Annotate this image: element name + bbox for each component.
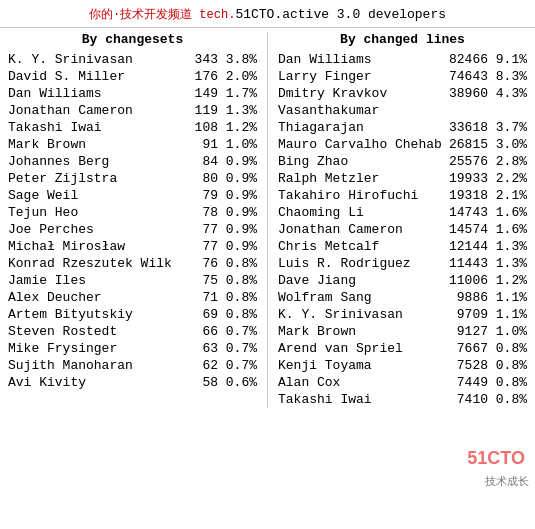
table-row: Luis R. Rodriguez11443 1.3% bbox=[278, 255, 527, 272]
table-row: Bing Zhao25576 2.8% bbox=[278, 153, 527, 170]
dev-name: Luis R. Rodriguez bbox=[278, 256, 443, 271]
watermark-sub: 技术成长 bbox=[485, 474, 529, 489]
table-row: Mark Brown91 1.0% bbox=[8, 136, 257, 153]
dev-stats: 66 0.7% bbox=[202, 324, 257, 339]
dev-name: K. Y. Srinivasan bbox=[8, 52, 189, 67]
changed-lines-column: By changed lines Dan Williams82466 9.1%L… bbox=[270, 32, 535, 408]
dev-name: Vasanthakumar bbox=[278, 103, 527, 118]
table-row: Dan Williams149 1.7% bbox=[8, 85, 257, 102]
table-row: Takahiro Hirofuchi19318 2.1% bbox=[278, 187, 527, 204]
dev-stats: 11006 1.2% bbox=[449, 273, 527, 288]
dev-name: Kenji Toyama bbox=[278, 358, 451, 373]
dev-stats: 14743 1.6% bbox=[449, 205, 527, 220]
domain-label: 51CTO.active 3.0 developers bbox=[235, 7, 446, 22]
dev-name: Chaoming Li bbox=[278, 205, 443, 220]
table-row: Arend van Spriel7667 0.8% bbox=[278, 340, 527, 357]
dev-stats: 19318 2.1% bbox=[449, 188, 527, 203]
dev-name: Jonathan Cameron bbox=[278, 222, 443, 237]
table-row: Alan Cox7449 0.8% bbox=[278, 374, 527, 391]
header: 你的·技术开发频道 tech.51CTO.active 3.0 develope… bbox=[0, 0, 535, 28]
table-row: Dmitry Kravkov38960 4.3% bbox=[278, 85, 527, 102]
dev-name: Dan Williams bbox=[8, 86, 189, 101]
dev-name: K. Y. Srinivasan bbox=[278, 307, 451, 322]
dev-name: Artem Bityutskiy bbox=[8, 307, 196, 322]
dev-stats: 108 1.2% bbox=[195, 120, 257, 135]
dev-name: Konrad Rzeszutek Wilk bbox=[8, 256, 196, 271]
dev-stats: 74643 8.3% bbox=[449, 69, 527, 84]
dev-name: Takashi Iwai bbox=[8, 120, 189, 135]
dev-stats: 9127 1.0% bbox=[457, 324, 527, 339]
table-row: Wolfram Sang9886 1.1% bbox=[278, 289, 527, 306]
dev-name: Mark Brown bbox=[8, 137, 196, 152]
dev-name: Michał Mirosław bbox=[8, 239, 196, 254]
dev-name: Avi Kivity bbox=[8, 375, 196, 390]
dev-stats: 75 0.8% bbox=[202, 273, 257, 288]
dev-stats: 7449 0.8% bbox=[457, 375, 527, 390]
dev-stats: 25576 2.8% bbox=[449, 154, 527, 169]
table-row: Sujith Manoharan62 0.7% bbox=[8, 357, 257, 374]
dev-stats: 33618 3.7% bbox=[449, 120, 527, 135]
dev-stats: 11443 1.3% bbox=[449, 256, 527, 271]
table-row: Joe Perches77 0.9% bbox=[8, 221, 257, 238]
dev-stats: 91 1.0% bbox=[202, 137, 257, 152]
table-row: Jamie Iles75 0.8% bbox=[8, 272, 257, 289]
table-row: Mark Brown9127 1.0% bbox=[278, 323, 527, 340]
table-row: Steven Rostedt66 0.7% bbox=[8, 323, 257, 340]
table-row: Kenji Toyama7528 0.8% bbox=[278, 357, 527, 374]
dev-stats: 14574 1.6% bbox=[449, 222, 527, 237]
dev-name: Mike Frysinger bbox=[8, 341, 196, 356]
dev-name: Alex Deucher bbox=[8, 290, 196, 305]
table-row: Mauro Carvalho Chehab26815 3.0% bbox=[278, 136, 527, 153]
table-row: Takashi Iwai7410 0.8% bbox=[278, 391, 527, 408]
dev-name: Sage Weil bbox=[8, 188, 196, 203]
dev-name: David S. Miller bbox=[8, 69, 189, 84]
dev-name: Thiagarajan bbox=[278, 120, 443, 135]
dev-stats: 7528 0.8% bbox=[457, 358, 527, 373]
dev-stats: 76 0.8% bbox=[202, 256, 257, 271]
table-row: Tejun Heo78 0.9% bbox=[8, 204, 257, 221]
dev-stats: 19933 2.2% bbox=[449, 171, 527, 186]
dev-stats: 84 0.9% bbox=[202, 154, 257, 169]
table-row: Michał Mirosław77 0.9% bbox=[8, 238, 257, 255]
dev-name: Mauro Carvalho Chehab bbox=[278, 137, 443, 152]
dev-stats: 71 0.8% bbox=[202, 290, 257, 305]
dev-name: Dmitry Kravkov bbox=[278, 86, 443, 101]
table-row: Thiagarajan33618 3.7% bbox=[278, 119, 527, 136]
dev-name: Larry Finger bbox=[278, 69, 443, 84]
site-label: 你的·技术开发频道 tech. bbox=[89, 8, 235, 22]
dev-name: Arend van Spriel bbox=[278, 341, 451, 356]
table-row: Alex Deucher71 0.8% bbox=[8, 289, 257, 306]
table-row: Konrad Rzeszutek Wilk76 0.8% bbox=[8, 255, 257, 272]
table-row: Johannes Berg84 0.9% bbox=[8, 153, 257, 170]
dev-name: Ralph Metzler bbox=[278, 171, 443, 186]
dev-name: Jamie Iles bbox=[8, 273, 196, 288]
table-row: Mike Frysinger63 0.7% bbox=[8, 340, 257, 357]
dev-stats: 80 0.9% bbox=[202, 171, 257, 186]
table-row: K. Y. Srinivasan9709 1.1% bbox=[278, 306, 527, 323]
dev-stats: 82466 9.1% bbox=[449, 52, 527, 67]
dev-stats: 343 3.8% bbox=[195, 52, 257, 67]
changesets-list: K. Y. Srinivasan343 3.8%David S. Miller1… bbox=[8, 51, 257, 391]
dev-name: Alan Cox bbox=[278, 375, 451, 390]
changed-lines-title: By changed lines bbox=[278, 32, 527, 47]
dev-stats: 77 0.9% bbox=[202, 222, 257, 237]
dev-stats: 79 0.9% bbox=[202, 188, 257, 203]
main-content: By changesets K. Y. Srinivasan343 3.8%Da… bbox=[0, 28, 535, 412]
table-row: Chaoming Li14743 1.6% bbox=[278, 204, 527, 221]
table-row: Sage Weil79 0.9% bbox=[8, 187, 257, 204]
dev-name: Dave Jiang bbox=[278, 273, 443, 288]
dev-stats: 63 0.7% bbox=[202, 341, 257, 356]
dev-stats: 26815 3.0% bbox=[449, 137, 527, 152]
table-row: Takashi Iwai108 1.2% bbox=[8, 119, 257, 136]
table-row: Ralph Metzler19933 2.2% bbox=[278, 170, 527, 187]
changesets-column: By changesets K. Y. Srinivasan343 3.8%Da… bbox=[0, 32, 265, 408]
table-row: Dan Williams82466 9.1% bbox=[278, 51, 527, 68]
dev-stats: 77 0.9% bbox=[202, 239, 257, 254]
dev-stats: 38960 4.3% bbox=[449, 86, 527, 101]
dev-stats: 119 1.3% bbox=[195, 103, 257, 118]
dev-name: Mark Brown bbox=[278, 324, 451, 339]
dev-stats: 9709 1.1% bbox=[457, 307, 527, 322]
table-row: Vasanthakumar bbox=[278, 102, 527, 119]
dev-name: Tejun Heo bbox=[8, 205, 196, 220]
dev-name: Takashi Iwai bbox=[278, 392, 451, 407]
